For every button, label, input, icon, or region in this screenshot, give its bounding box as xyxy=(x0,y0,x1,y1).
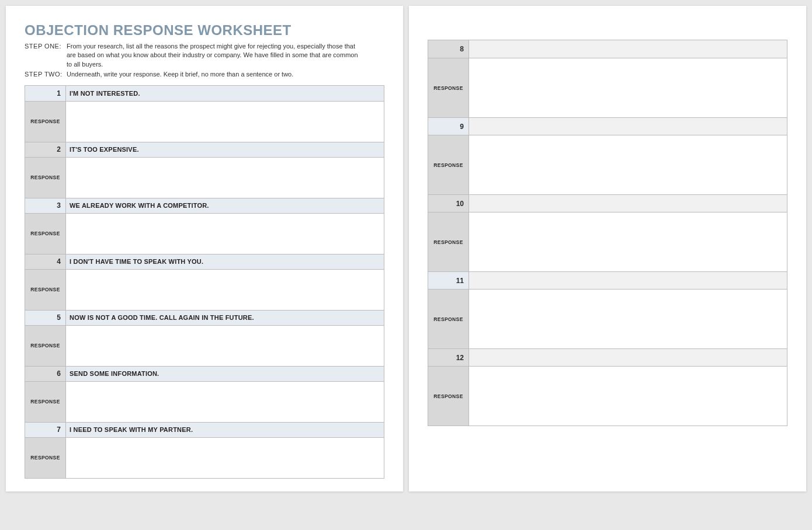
response-row: RESPONSE xyxy=(428,58,787,117)
response-label: RESPONSE xyxy=(428,58,469,117)
response-cell[interactable] xyxy=(469,135,787,194)
objection-row: 1 I'M NOT INTERESTED. xyxy=(25,86,384,101)
objection-row: 11 xyxy=(428,271,787,289)
objection-text[interactable] xyxy=(469,272,787,289)
objection-grid-right: 8 RESPONSE 9 RESPONSE 10 RESPONSE 11 xyxy=(428,40,787,426)
response-label: RESPONSE xyxy=(25,438,66,478)
response-label: RESPONSE xyxy=(25,102,66,142)
response-label: RESPONSE xyxy=(25,270,66,310)
response-cell[interactable] xyxy=(469,290,787,348)
objection-number: 6 xyxy=(25,367,66,381)
response-cell[interactable] xyxy=(469,367,787,426)
response-label: RESPONSE xyxy=(428,135,469,194)
response-cell[interactable] xyxy=(66,382,384,422)
objection-row: 10 xyxy=(428,194,787,212)
objection-row: 8 xyxy=(428,40,787,58)
objection-text[interactable] xyxy=(469,195,787,212)
objection-row: 7 I NEED TO SPEAK WITH MY PARTNER. xyxy=(25,422,384,437)
objection-number: 9 xyxy=(428,118,469,135)
step-one-label: STEP ONE: xyxy=(25,42,67,69)
objection-row: 4 I DON'T HAVE TIME TO SPEAK WITH YOU. xyxy=(25,254,384,269)
objection-number: 4 xyxy=(25,254,66,269)
response-label: RESPONSE xyxy=(25,326,66,366)
response-cell[interactable] xyxy=(469,212,787,271)
objection-row: 2 IT'S TOO EXPENSIVE. xyxy=(25,142,384,157)
objection-number: 1 xyxy=(25,86,66,101)
objection-row: 5 NOW IS NOT A GOOD TIME. CALL AGAIN IN … xyxy=(25,310,384,325)
objection-number: 12 xyxy=(428,349,469,366)
objection-text[interactable] xyxy=(469,40,787,58)
response-row: RESPONSE xyxy=(428,212,787,271)
objection-row: 3 WE ALREADY WORK WITH A COMPETITOR. xyxy=(25,198,384,213)
step-one-row: STEP ONE: From your research, list all t… xyxy=(25,42,384,69)
response-row: RESPONSE xyxy=(25,213,384,254)
response-label: RESPONSE xyxy=(25,158,66,198)
response-row: RESPONSE xyxy=(428,366,787,426)
step-two-label: STEP TWO: xyxy=(25,70,67,79)
objection-row: 12 xyxy=(428,348,787,366)
worksheet-page-right: 8 RESPONSE 9 RESPONSE 10 RESPONSE 11 xyxy=(409,6,806,491)
objection-text[interactable]: SEND SOME INFORMATION. xyxy=(66,367,384,381)
objection-number: 7 xyxy=(25,423,66,437)
page-title: OBJECTION RESPONSE WORKSHEET xyxy=(25,22,384,39)
worksheet-page-left: OBJECTION RESPONSE WORKSHEET STEP ONE: F… xyxy=(6,6,403,491)
objection-number: 11 xyxy=(428,272,469,289)
response-cell[interactable] xyxy=(66,438,384,478)
step-two-row: STEP TWO: Underneath, write your respons… xyxy=(25,70,384,79)
response-cell[interactable] xyxy=(66,158,384,198)
objection-number: 10 xyxy=(428,195,469,212)
response-label: RESPONSE xyxy=(428,367,469,426)
response-label: RESPONSE xyxy=(428,212,469,271)
response-label: RESPONSE xyxy=(25,214,66,254)
response-row: RESPONSE xyxy=(428,135,787,194)
objection-text[interactable] xyxy=(469,349,787,366)
response-row: RESPONSE xyxy=(25,381,384,422)
response-row: RESPONSE xyxy=(25,325,384,366)
objection-text[interactable]: I DON'T HAVE TIME TO SPEAK WITH YOU. xyxy=(66,254,384,269)
response-row: RESPONSE xyxy=(428,289,787,348)
response-row: RESPONSE xyxy=(25,157,384,198)
objection-number: 5 xyxy=(25,311,66,325)
step-one-text: From your research, list all the reasons… xyxy=(67,42,359,69)
response-cell[interactable] xyxy=(66,214,384,254)
objection-number: 8 xyxy=(428,40,469,58)
objection-text[interactable]: WE ALREADY WORK WITH A COMPETITOR. xyxy=(66,198,384,213)
steps-block: STEP ONE: From your research, list all t… xyxy=(25,42,384,79)
response-cell[interactable] xyxy=(66,326,384,366)
objection-text[interactable]: I'M NOT INTERESTED. xyxy=(66,86,384,101)
objection-text[interactable]: I NEED TO SPEAK WITH MY PARTNER. xyxy=(66,423,384,437)
response-row: RESPONSE xyxy=(25,101,384,142)
response-row: RESPONSE xyxy=(25,437,384,478)
objection-text[interactable]: NOW IS NOT A GOOD TIME. CALL AGAIN IN TH… xyxy=(66,311,384,325)
response-label: RESPONSE xyxy=(25,382,66,422)
objection-grid-left: 1 I'M NOT INTERESTED. RESPONSE 2 IT'S TO… xyxy=(25,85,384,479)
objection-number: 2 xyxy=(25,142,66,157)
objection-row: 9 xyxy=(428,117,787,135)
response-cell[interactable] xyxy=(66,102,384,142)
response-row: RESPONSE xyxy=(25,269,384,310)
objection-row: 6 SEND SOME INFORMATION. xyxy=(25,366,384,381)
response-cell[interactable] xyxy=(469,58,787,117)
response-label: RESPONSE xyxy=(428,290,469,348)
objection-text[interactable] xyxy=(469,118,787,135)
objection-text[interactable]: IT'S TOO EXPENSIVE. xyxy=(66,142,384,157)
step-two-text: Underneath, write your response. Keep it… xyxy=(67,70,293,79)
objection-number: 3 xyxy=(25,198,66,213)
response-cell[interactable] xyxy=(66,270,384,310)
